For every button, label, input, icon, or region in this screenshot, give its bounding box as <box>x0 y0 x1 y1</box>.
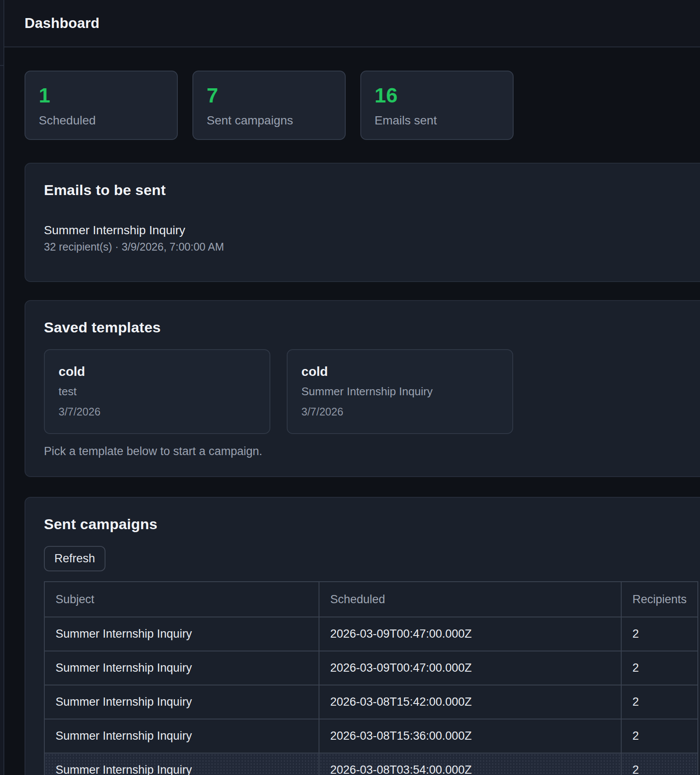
collapsed-sidebar-edge <box>0 0 3 775</box>
stat-card-emails-sent: 16 Emails sent <box>360 71 514 140</box>
template-picker-hint: Pick a template below to start a campaig… <box>44 443 697 459</box>
template-cards-row: cold test 3/7/2026 cold Summer Internshi… <box>44 349 697 434</box>
cell-subject: Summer Internship Inquiry <box>45 753 319 775</box>
emails-to-be-sent-panel: Emails to be sent Summer Internship Inqu… <box>25 163 700 282</box>
column-header-recipients: Recipients <box>621 582 697 617</box>
cell-recipients: 2 <box>621 753 697 775</box>
cell-scheduled: 2026-03-09T00:47:00.000Z <box>319 651 621 685</box>
cell-subject: Summer Internship Inquiry <box>45 651 319 685</box>
cell-recipients: 2 <box>621 685 697 719</box>
stat-label: Sent campaigns <box>207 114 331 127</box>
template-name: cold <box>59 364 256 379</box>
cell-scheduled: 2026-03-09T00:47:00.000Z <box>319 617 621 651</box>
template-subject: test <box>59 384 256 399</box>
page-title: Dashboard <box>25 15 99 31</box>
template-date: 3/7/2026 <box>301 405 499 419</box>
scheduled-email-meta: 32 recipient(s) · 3/9/2026, 7:00:00 AM <box>44 240 697 254</box>
sent-campaigns-table: Subject Scheduled Recipients Summer Inte… <box>44 581 698 775</box>
refresh-button[interactable]: Refresh <box>44 546 105 571</box>
cell-scheduled: 2026-03-08T15:36:00.000Z <box>319 719 621 753</box>
scheduled-email-item[interactable]: Summer Internship Inquiry 32 recipient(s… <box>44 223 697 254</box>
column-header-subject: Subject <box>45 582 319 617</box>
template-subject: Summer Internship Inquiry <box>301 384 499 399</box>
template-card[interactable]: cold test 3/7/2026 <box>44 349 270 434</box>
table-row[interactable]: Summer Internship Inquiry 2026-03-09T00:… <box>45 617 697 651</box>
sent-campaigns-panel: Sent campaigns Refresh Subject Scheduled… <box>25 497 700 775</box>
table-header-row: Subject Scheduled Recipients <box>45 582 697 617</box>
sent-campaigns-title: Sent campaigns <box>44 516 697 533</box>
saved-templates-title: Saved templates <box>44 319 697 336</box>
stats-row: 1 Scheduled 7 Sent campaigns 16 Emails s… <box>25 71 514 140</box>
table-row[interactable]: Summer Internship Inquiry 2026-03-08T15:… <box>45 719 697 753</box>
cell-subject: Summer Internship Inquiry <box>45 617 319 651</box>
stat-value: 16 <box>375 84 499 107</box>
table-row[interactable]: Summer Internship Inquiry 2026-03-09T00:… <box>45 651 697 685</box>
template-date: 3/7/2026 <box>59 405 256 419</box>
sidebar-section-divider <box>0 65 3 66</box>
cell-subject: Summer Internship Inquiry <box>45 719 319 753</box>
stat-card-scheduled: 1 Scheduled <box>25 71 178 140</box>
cell-recipients: 2 <box>621 719 697 753</box>
stat-value: 1 <box>39 84 164 107</box>
sidebar-divider-line <box>3 0 4 775</box>
scheduled-email-name: Summer Internship Inquiry <box>44 223 697 238</box>
stat-label: Emails sent <box>375 114 499 127</box>
stat-card-sent-campaigns: 7 Sent campaigns <box>192 71 346 140</box>
stat-value: 7 <box>207 84 331 107</box>
template-name: cold <box>301 364 499 379</box>
table-row[interactable]: Summer Internship Inquiry 2026-03-08T15:… <box>45 685 697 719</box>
template-card[interactable]: cold Summer Internship Inquiry 3/7/2026 <box>287 349 513 434</box>
cell-scheduled: 2026-03-08T15:42:00.000Z <box>319 685 621 719</box>
emails-to-be-sent-title: Emails to be sent <box>44 182 697 198</box>
stat-label: Scheduled <box>39 114 164 127</box>
column-header-scheduled: Scheduled <box>319 582 621 617</box>
cell-recipients: 2 <box>621 617 697 651</box>
cell-scheduled: 2026-03-08T03:54:00.000Z <box>319 753 621 775</box>
table-row-hovered[interactable]: Summer Internship Inquiry 2026-03-08T03:… <box>45 753 697 775</box>
top-header: Dashboard <box>4 0 700 47</box>
cell-subject: Summer Internship Inquiry <box>45 685 319 719</box>
saved-templates-panel: Saved templates cold test 3/7/2026 cold … <box>25 300 700 477</box>
cell-recipients: 2 <box>621 651 697 685</box>
